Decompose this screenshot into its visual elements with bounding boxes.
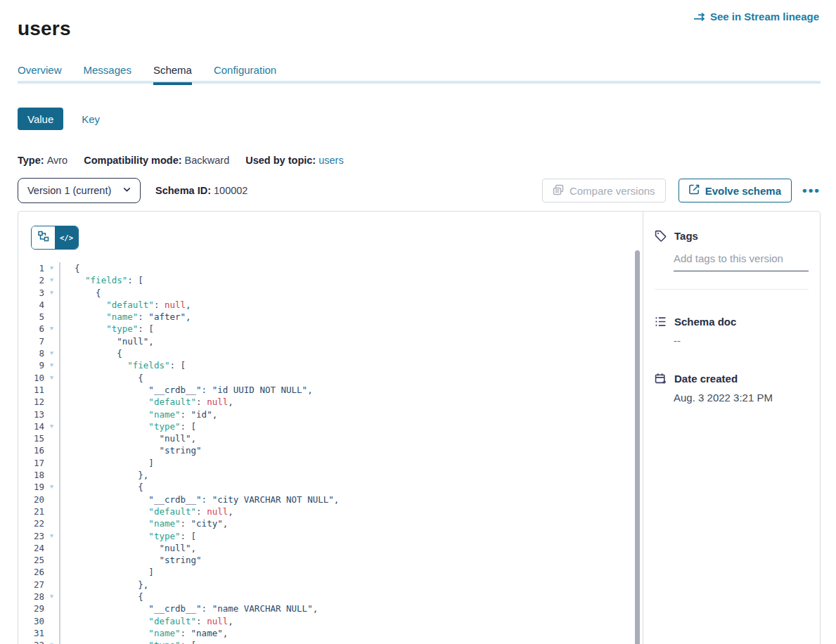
schema-doc-section: Schema doc -- [655, 316, 809, 347]
line-number: 16 [18, 444, 44, 456]
line-number: 25 [18, 554, 44, 566]
add-tags-input[interactable] [674, 251, 809, 271]
meta-type: Type: Avro [18, 155, 67, 166]
code-line-1: 1▼{ [18, 262, 643, 274]
code-line-17: 17 ] [18, 457, 643, 469]
code-view-button[interactable]: </> [55, 226, 78, 249]
collapse-arrow-icon[interactable]: ▼ [44, 530, 59, 542]
code-view-icon: </> [60, 234, 73, 242]
line-number: 17 [18, 457, 44, 469]
list-icon [655, 316, 667, 328]
caret-spacer [44, 469, 59, 481]
caret-spacer [44, 554, 59, 566]
topic-link[interactable]: users [319, 155, 343, 166]
schema-id: Schema ID: 100002 [155, 185, 247, 196]
code-line-12: 12 "default": null, [18, 396, 643, 408]
version-bar: Version 1 (current) Schema ID: 100002 Co… [18, 178, 821, 203]
chevron-down-icon [122, 185, 131, 196]
caret-spacer [44, 444, 59, 456]
caret-spacer [44, 299, 59, 311]
schema-json-viewer: 1▼{2▼ "fields": [3▼ {4 "default": null,5… [18, 262, 643, 644]
page-title: users [18, 18, 71, 40]
line-number: 11 [18, 384, 44, 396]
code-line-11: 11 "__crdb__": "id UUID NOT NULL", [18, 384, 643, 396]
code-line-28: 28▼ { [18, 591, 643, 603]
see-in-stream-lineage-link[interactable]: See in Stream lineage [693, 11, 819, 22]
collapse-arrow-icon[interactable]: ▼ [44, 591, 59, 603]
schema-id-label: Schema ID: [155, 185, 211, 196]
tags-title: Tags [674, 230, 698, 242]
value-tab-button[interactable]: Value [18, 108, 63, 130]
schema-panel: </> 1▼{2▼ "fields": [3▼ {4 "default": nu… [18, 211, 821, 644]
collapse-arrow-icon[interactable]: ▼ [44, 323, 59, 335]
line-number: 30 [18, 615, 44, 627]
code-line-18: 18 }, [18, 469, 643, 481]
code-text: "type": [ [59, 420, 643, 432]
collapse-arrow-icon[interactable]: ▼ [44, 420, 59, 432]
code-line-14: 14▼ "type": [ [18, 420, 643, 432]
stream-lineage-label: See in Stream lineage [710, 11, 819, 22]
line-number: 22 [18, 517, 44, 529]
schema-id-value: 100002 [214, 185, 247, 196]
line-number: 26 [18, 566, 44, 578]
tab-bar: OverviewMessagesSchemaConfiguration [18, 64, 298, 82]
tags-section-heading: Tags [655, 230, 809, 242]
code-text: "null", [59, 542, 643, 554]
code-line-7: 7 "null", [18, 335, 643, 347]
version-select[interactable]: Version 1 (current) [18, 178, 141, 203]
more-options-button[interactable]: ••• [802, 179, 821, 202]
code-text: { [59, 262, 643, 274]
code-text: }, [59, 469, 643, 481]
caret-spacer [44, 615, 59, 627]
line-number: 24 [18, 542, 44, 554]
code-line-32: 32▼ "type": [ [18, 639, 643, 644]
tab-configuration[interactable]: Configuration [214, 64, 276, 82]
line-number: 4 [18, 299, 44, 311]
collapse-arrow-icon[interactable]: ▼ [44, 639, 59, 644]
code-text: "__crdb__": "city VARCHAR NOT NULL", [59, 494, 643, 505]
tab-schema[interactable]: Schema [153, 64, 192, 82]
collapse-arrow-icon[interactable]: ▼ [44, 481, 59, 493]
code-line-21: 21 "default": null, [18, 505, 643, 517]
key-tab-link[interactable]: Key [82, 113, 100, 125]
vertical-scrollbar[interactable] [635, 250, 640, 644]
collapse-arrow-icon[interactable]: ▼ [44, 262, 59, 274]
calendar-icon [655, 373, 667, 385]
code-line-9: 9▼ "fields": [ [18, 359, 643, 371]
line-number: 12 [18, 396, 44, 408]
caret-spacer [44, 517, 59, 529]
caret-spacer [44, 432, 59, 444]
line-number: 29 [18, 603, 44, 614]
tab-messages[interactable]: Messages [84, 64, 131, 82]
line-number: 19 [18, 481, 44, 493]
line-number: 20 [18, 494, 44, 505]
code-text: "string" [59, 554, 643, 566]
caret-spacer [44, 384, 59, 396]
code-line-27: 27 }, [18, 579, 643, 591]
code-text: "type": [ [59, 323, 643, 335]
caret-spacer [44, 505, 59, 517]
collapse-arrow-icon[interactable]: ▼ [44, 287, 59, 299]
collapse-arrow-icon[interactable]: ▼ [44, 347, 59, 359]
tab-overview[interactable]: Overview [18, 64, 62, 82]
code-line-26: 26 ] [18, 566, 643, 578]
code-line-13: 13 "name": "id", [18, 408, 643, 420]
code-text: "name": "id", [59, 408, 643, 420]
code-text: "fields": [ [59, 274, 643, 286]
line-number: 21 [18, 505, 44, 517]
caret-spacer [44, 408, 59, 420]
tree-view-button[interactable] [32, 226, 55, 249]
code-line-16: 16 "string" [18, 444, 643, 456]
line-number: 14 [18, 420, 44, 432]
code-text: "default": null, [59, 505, 643, 517]
collapse-arrow-icon[interactable]: ▼ [44, 274, 59, 286]
schema-doc-title: Schema doc [674, 316, 736, 328]
compare-versions-button[interactable]: Compare versions [542, 179, 666, 202]
evolve-schema-button[interactable]: Evolve schema [679, 179, 792, 202]
collapse-arrow-icon[interactable]: ▼ [44, 359, 59, 371]
code-line-23: 23▼ "type": [ [18, 530, 643, 542]
code-line-15: 15 "null", [18, 432, 643, 444]
code-line-29: 29 "__crdb__": "name VARCHAR NULL", [18, 603, 643, 614]
tree-view-icon [38, 231, 49, 245]
collapse-arrow-icon[interactable]: ▼ [44, 372, 59, 384]
